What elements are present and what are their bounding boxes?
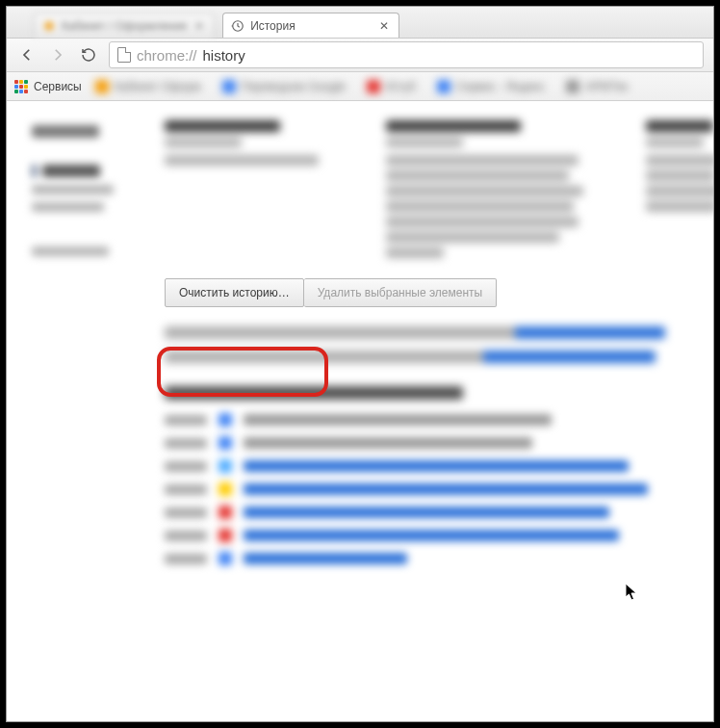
- favicon-icon: [219, 529, 232, 542]
- history-time: [165, 415, 207, 426]
- history-title: [244, 507, 609, 518]
- tab-label: Кабинет / Оформление: [62, 19, 187, 33]
- browser-window: Кабинет / Оформление ✕ История ✕ chrome:…: [6, 6, 714, 722]
- tab-active[interactable]: История ✕: [222, 13, 399, 38]
- history-item[interactable]: [165, 552, 713, 565]
- history-item[interactable]: [165, 506, 713, 519]
- history-date-header: [165, 386, 463, 400]
- tab-strip: Кабинет / Оформление ✕ История ✕: [7, 7, 713, 38]
- url-path: history: [203, 47, 245, 64]
- history-time: [165, 554, 207, 564]
- clear-history-label: Очистить историю…: [179, 286, 290, 299]
- history-title: [244, 530, 619, 541]
- page-icon: [117, 47, 131, 63]
- history-time: [165, 507, 207, 518]
- history-sidebar: [32, 120, 138, 565]
- apps-icon: [14, 80, 28, 93]
- close-icon[interactable]: ✕: [377, 19, 391, 33]
- favicon-icon: [42, 19, 56, 33]
- info-line: [165, 326, 665, 339]
- apps-button[interactable]: Сервисы: [14, 80, 82, 93]
- delete-selected-label: Удалить выбранные элементы: [318, 286, 482, 299]
- history-item[interactable]: [165, 413, 713, 427]
- history-icon: [231, 19, 244, 33]
- history-title: [244, 437, 532, 449]
- history-item[interactable]: [165, 459, 713, 473]
- history-title: [244, 483, 648, 495]
- bookmarks-blurred: Кабинет Оформ Переводчик Google Ютуб Сер…: [95, 80, 629, 93]
- page-content: Очистить историю… Удалить выбранные элем…: [7, 101, 713, 721]
- address-bar[interactable]: chrome://history: [109, 41, 704, 68]
- tab-inactive[interactable]: Кабинет / Оформление ✕: [34, 13, 215, 38]
- history-title: [244, 553, 407, 564]
- favicon-icon: [219, 436, 232, 450]
- favicon-icon: [219, 552, 232, 565]
- info-line: [165, 351, 656, 363]
- cursor-icon: [625, 583, 638, 602]
- favicon-icon: [219, 506, 232, 519]
- back-button[interactable]: [16, 41, 38, 68]
- history-time: [165, 438, 207, 449]
- history-time: [165, 484, 207, 495]
- history-list: [165, 413, 713, 565]
- history-title: [244, 414, 552, 426]
- bookmarks-bar: Сервисы Кабинет Оформ Переводчик Google …: [7, 72, 713, 101]
- history-item[interactable]: [165, 529, 713, 542]
- apps-label: Сервисы: [34, 80, 82, 93]
- reload-button[interactable]: [78, 41, 99, 68]
- favicon-icon: [219, 413, 232, 427]
- history-item[interactable]: [165, 436, 713, 450]
- history-item[interactable]: [165, 482, 713, 496]
- close-icon[interactable]: ✕: [193, 19, 206, 33]
- history-main: Очистить историю… Удалить выбранные элем…: [165, 120, 713, 565]
- favicon-icon: [219, 459, 232, 473]
- history-title: [244, 460, 629, 472]
- history-time: [165, 531, 207, 541]
- clear-history-button[interactable]: Очистить историю…: [165, 278, 304, 307]
- url-scheme: chrome://: [137, 47, 197, 64]
- history-time: [165, 461, 207, 472]
- favicon-icon: [219, 482, 232, 496]
- forward-button[interactable]: [47, 41, 68, 68]
- toolbar: chrome://history: [7, 38, 713, 72]
- delete-selected-button[interactable]: Удалить выбранные элементы: [304, 278, 497, 307]
- tab-label: История: [250, 19, 296, 33]
